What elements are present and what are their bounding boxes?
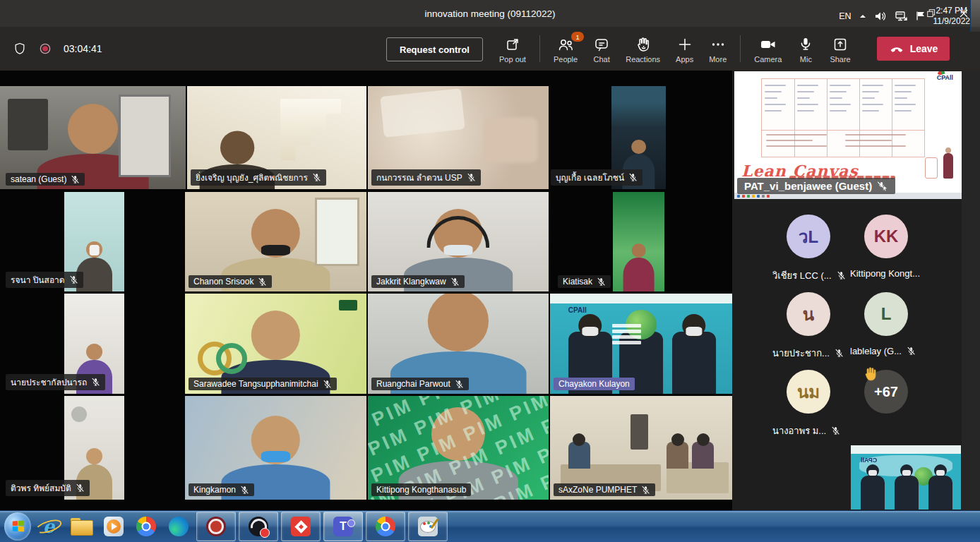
muted-mic-icon (628, 173, 638, 182)
leave-button[interactable]: Leave (877, 37, 950, 61)
video-tile[interactable]: Ruangchai Parwout (368, 294, 549, 394)
presenting-icon (877, 181, 888, 191)
muted-mic-icon (312, 173, 321, 182)
participant-name-label: sAxZoNe PUMPHET (554, 483, 655, 496)
video-tile[interactable]: sAxZoNe PUMPHET (550, 396, 732, 500)
muted-mic-icon (240, 486, 249, 495)
start-button[interactable] (1, 512, 31, 541)
muted-mic-icon (76, 483, 85, 493)
teams[interactable]: T (323, 512, 363, 541)
obs-studio[interactable] (239, 512, 278, 541)
chat-icon (593, 35, 610, 53)
video-tile[interactable]: ยิ่งเจริญ บุญยัง_ศุลิตพณิชยการ (187, 86, 366, 189)
participant-name-label: ยิ่งเจริญ บุญยัง_ศุลิตพณิชยการ (191, 169, 326, 186)
apps-button[interactable]: Apps (668, 27, 701, 71)
muted-mic-icon (71, 175, 80, 184)
participant-avatar-name: นางอาพร ม... (772, 423, 878, 438)
muted-mic-icon (91, 378, 100, 387)
muted-mic-icon (597, 277, 606, 287)
video-tile[interactable]: CPAll Chayakon Kulayon (550, 294, 732, 394)
paint[interactable] (408, 512, 448, 541)
person-illustration (943, 153, 953, 179)
presenter-label: PAT_vi_benjawee (Guest) (737, 178, 895, 194)
participant-avatar[interactable]: วL (787, 215, 830, 258)
teams-meeting-window: innovation meeting (09112022) 03:04:41 R… (0, 0, 980, 542)
taskbar-clock[interactable]: 2:47 PM 11/9/2022 (933, 6, 971, 27)
video-tile[interactable]: รจนา ปินสอาด (64, 192, 124, 291)
network-icon[interactable] (894, 11, 908, 22)
participant-name-label: Chayakon Kulayon (554, 378, 635, 390)
video-tile[interactable]: PIM PIM PIM PIM PIM PIM PIM PIM PIM PIM … (368, 396, 549, 500)
participant-avatar[interactable]: KK (864, 215, 908, 258)
muted-mic-icon (323, 380, 332, 389)
participant-name-label: Ruangchai Parwout (371, 378, 469, 390)
video-tile[interactable]: บุญเกื้อ เฉลยโภชน์ (611, 86, 666, 189)
video-tile[interactable]: Kiatisak (613, 192, 664, 291)
shield-icon (13, 42, 27, 56)
request-control-button[interactable]: Request control (386, 37, 483, 61)
slide-logo: CPAll (937, 74, 953, 81)
video-tile[interactable]: Jakkrit Klangkwaw (368, 192, 549, 291)
muted-mic-icon (907, 347, 916, 356)
lean-canvas-grid (761, 78, 925, 157)
video-tile[interactable]: satean (Guest) (0, 86, 186, 189)
system-tray: EN 2:47 PM 11/9/2022 (839, 0, 970, 32)
hangup-icon (889, 44, 904, 54)
reactions-icon (634, 35, 652, 53)
muted-mic-icon (455, 380, 464, 389)
file-explorer[interactable] (66, 512, 96, 541)
video-tile[interactable]: Chanon Srisook (185, 192, 366, 291)
participant-avatar-name: lablelay (G... (850, 346, 956, 356)
mic-button[interactable]: Mic (789, 27, 822, 71)
chrome[interactable] (131, 512, 161, 541)
selfview-logo: CPAll (861, 457, 877, 464)
mic-icon (797, 35, 814, 53)
more-button[interactable]: More (701, 27, 734, 71)
participant-avatar-name: Kittipong Kongt... (850, 268, 956, 279)
muted-mic-icon (450, 277, 460, 287)
reactions-button[interactable]: Reactions (618, 27, 668, 71)
participant-name-label: satean (Guest) (6, 173, 85, 186)
internet-explorer[interactable]: e (34, 512, 64, 541)
share-button[interactable]: Share (822, 27, 858, 71)
media-player[interactable] (99, 512, 129, 541)
muted-mic-icon (258, 277, 267, 287)
phone-illustration (925, 157, 938, 179)
chrome-window[interactable] (366, 512, 405, 541)
hidden-icons-chevron[interactable] (859, 13, 867, 20)
rail-edge (962, 71, 980, 510)
participant-name-label: บุญเกื้อ เฉลยโภชน์ (551, 169, 643, 186)
participant-name-label: รจนา ปินสอาด (6, 272, 83, 288)
camera-icon (759, 35, 777, 53)
share-icon (832, 35, 849, 53)
participant-name-label: กนกวรรณ ลำดวน USP (371, 169, 481, 186)
video-tile[interactable]: นายประชากัลปนารถ (64, 294, 124, 394)
video-tile[interactable]: Kingkamon (185, 396, 366, 500)
action-center-flag-icon[interactable] (915, 11, 926, 21)
camera-button[interactable]: Camera (746, 27, 789, 71)
participant-avatar[interactable]: นม (787, 370, 830, 414)
participant-name-label: Chanon Srisook (189, 275, 272, 288)
title-bar: innovation meeting (09112022) (0, 0, 980, 27)
apps-icon (676, 35, 693, 53)
participant-name-label: Kingkamon (189, 483, 254, 496)
show-desktop-button[interactable] (970, 0, 980, 32)
edge[interactable] (164, 512, 193, 541)
participant-name-label: นายประชากัลปนารถ (6, 374, 105, 390)
windows-taskbar: eT (0, 510, 980, 542)
muted-mic-icon (467, 173, 476, 182)
participant-avatar[interactable]: น (787, 292, 830, 336)
popout-button[interactable]: Pop out (491, 27, 534, 71)
remote-desktop-app[interactable] (281, 512, 321, 541)
video-tile[interactable]: ติวพร ทิพย์สมบัติ (64, 396, 124, 500)
self-view-tile[interactable]: CPAll (851, 445, 961, 510)
participant-avatar[interactable]: L (864, 292, 908, 336)
video-tile[interactable]: Sarawadee Tangsupphanimitchai (185, 294, 366, 394)
video-tile[interactable]: กนกวรรณ ลำดวน USP (368, 86, 549, 189)
participant-name-label: Jakkrit Klangkwaw (371, 275, 465, 288)
volume-icon[interactable] (874, 11, 887, 22)
people-button[interactable]: People1 (546, 27, 585, 71)
language-indicator[interactable]: EN (839, 11, 851, 21)
chat-button[interactable]: Chat (585, 27, 618, 71)
screen-recorder[interactable] (196, 512, 236, 541)
